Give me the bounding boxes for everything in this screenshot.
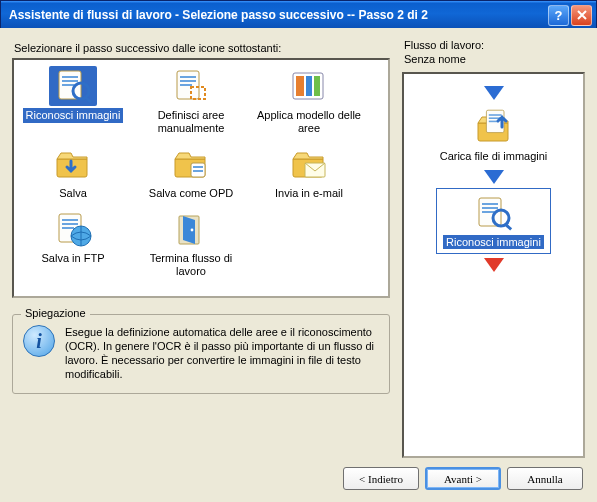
save-opd-icon (169, 145, 213, 183)
wizard-footer: < Indietro Avanti > Annulla (343, 467, 583, 490)
ocr-icon (471, 194, 515, 232)
step-item-salva-opd[interactable]: Salva come OPD (132, 144, 250, 201)
step-item-invia-email[interactable]: Invia in e-mail (250, 144, 368, 201)
step-item-termina[interactable]: Termina flusso di lavoro (132, 209, 250, 279)
workflow-header-label: Flusso di lavoro: (404, 39, 484, 51)
titlebar: Assistente di flussi di lavoro - Selezio… (1, 1, 596, 29)
step-item-label: Definisci aree manualmente (132, 108, 250, 136)
step-icon-list: Riconosci immaginiDefinisci aree manualm… (12, 58, 390, 298)
step-item-salva-ftp[interactable]: Salva in FTP (14, 209, 132, 279)
save-icon (51, 145, 95, 183)
window-title: Assistente di flussi di lavoro - Selezio… (9, 8, 546, 22)
step-item-label: Salva (56, 186, 90, 201)
step-item-salva[interactable]: Salva (14, 144, 132, 201)
explanation-group: Spiegazione i Esegue la definizione auto… (12, 314, 390, 394)
step-item-label: Applica modello delle aree (250, 108, 368, 136)
step-item-definisci-aree[interactable]: Definisci aree manualmente (132, 66, 250, 136)
explanation-legend: Spiegazione (21, 307, 90, 319)
workflow-step[interactable]: Carica file di immagini (434, 104, 554, 166)
step-item-label: Riconosci immagini (23, 108, 124, 123)
info-icon: i (23, 325, 55, 357)
workflow-step-label: Riconosci immagini (443, 235, 544, 249)
step-item-label: Termina flusso di lavoro (132, 251, 250, 279)
back-button[interactable]: < Indietro (343, 467, 419, 490)
arrow-down-icon (484, 258, 504, 272)
step-item-label: Invia in e-mail (272, 186, 346, 201)
workflow-step-label: Carica file di immagini (440, 150, 548, 162)
workflow-step[interactable]: Riconosci immagini (436, 188, 551, 254)
arrow-down-icon (484, 170, 504, 184)
step-item-label: Salva come OPD (146, 186, 236, 201)
step-item-riconosci-immagini[interactable]: Riconosci immagini (14, 66, 132, 136)
step-item-label: Salva in FTP (39, 251, 108, 266)
help-button[interactable]: ? (548, 5, 569, 26)
cancel-button[interactable]: Annulla (507, 467, 583, 490)
close-icon (576, 9, 588, 21)
close-button[interactable] (571, 5, 592, 26)
ocr-icon (51, 67, 95, 105)
arrow-down-icon (484, 86, 504, 100)
load-images-icon (472, 109, 516, 147)
workflow-panel: Carica file di immaginiRiconosci immagin… (402, 72, 585, 458)
workflow-header: Flusso di lavoro: Senza nome (404, 38, 585, 66)
email-icon (287, 145, 331, 183)
next-button[interactable]: Avanti > (425, 467, 501, 490)
template-icon (287, 67, 331, 105)
select-step-prompt: Selezionare il passo successivo dalle ic… (14, 42, 390, 54)
explanation-text: Esegue la definizione automatica delle a… (65, 325, 379, 381)
exit-icon (169, 210, 213, 248)
step-item-applica-modello[interactable]: Applica modello delle aree (250, 66, 368, 136)
workflow-name: Senza nome (404, 53, 466, 65)
ftp-icon (51, 210, 95, 248)
zones-icon (169, 67, 213, 105)
